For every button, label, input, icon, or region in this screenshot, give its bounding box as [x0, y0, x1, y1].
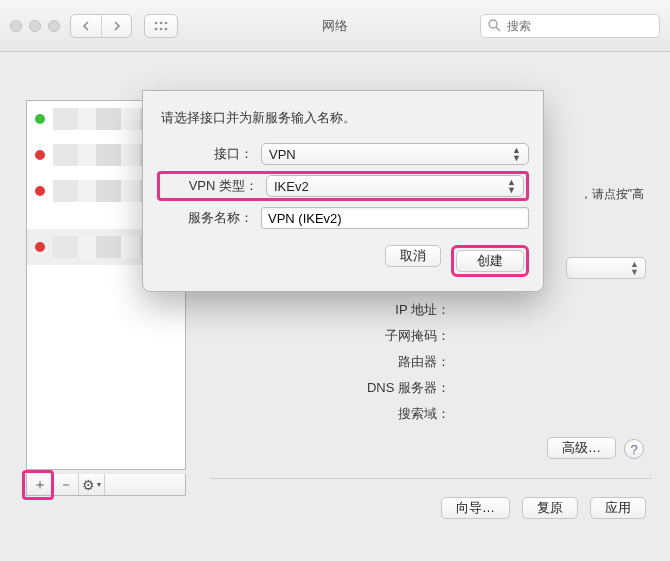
router-label: 路由器：	[280, 353, 450, 371]
subnet-mask-label: 子网掩码：	[280, 327, 450, 345]
vpn-type-label: VPN 类型：	[162, 177, 258, 195]
forward-button[interactable]	[101, 15, 131, 37]
svg-point-6	[489, 20, 497, 28]
interface-select[interactable]: VPN ▲▼	[261, 143, 529, 165]
interface-label: 接口：	[157, 145, 253, 163]
status-select[interactable]: ▲▼	[566, 257, 646, 279]
svg-line-7	[496, 27, 500, 31]
svg-point-0	[155, 21, 158, 24]
ip-address-label: IP 地址：	[280, 301, 450, 319]
dns-servers-label: DNS 服务器：	[280, 379, 450, 397]
titlebar: 网络	[0, 0, 670, 52]
sidebar-tools: ＋ － ⚙▾	[26, 474, 186, 496]
advanced-button[interactable]: 高级…	[547, 437, 616, 459]
status-dot-icon	[35, 186, 45, 196]
search-input[interactable]	[480, 14, 660, 38]
traffic-lights	[10, 20, 60, 32]
highlight-create-icon: 创建	[451, 245, 529, 277]
status-dot-icon	[35, 150, 45, 160]
apply-button[interactable]: 应用	[590, 497, 646, 519]
info-rows: IP 地址： 子网掩码： 路由器： DNS 服务器： 搜索域：	[280, 297, 450, 427]
gear-icon: ⚙	[82, 477, 95, 493]
vpn-type-value: IKEv2	[274, 179, 309, 194]
revert-button[interactable]: 复原	[522, 497, 578, 519]
hint-text: ，请点按"高	[580, 186, 644, 203]
chevron-updown-icon: ▲▼	[630, 260, 639, 276]
zoom-dot[interactable]	[48, 20, 60, 32]
service-name-label: 服务名称：	[157, 209, 253, 227]
chevron-updown-icon: ▲▼	[507, 178, 516, 194]
status-dot-icon	[35, 242, 45, 252]
service-actions-button[interactable]: ⚙▾	[79, 474, 105, 495]
status-dot-icon	[35, 114, 45, 124]
svg-point-1	[160, 21, 163, 24]
search-domains-label: 搜索域：	[280, 405, 450, 423]
svg-point-5	[165, 27, 168, 30]
sheet-prompt: 请选择接口并为新服务输入名称。	[161, 109, 525, 127]
assist-button[interactable]: 向导…	[441, 497, 510, 519]
service-name-input[interactable]	[261, 207, 529, 229]
minimize-dot[interactable]	[29, 20, 41, 32]
svg-point-2	[165, 21, 168, 24]
svg-point-3	[155, 27, 158, 30]
create-service-sheet: 请选择接口并为新服务输入名称。 接口： VPN ▲▼ VPN 类型： IKEv2…	[142, 90, 544, 292]
help-button[interactable]: ?	[624, 439, 644, 459]
nav-group	[70, 14, 178, 38]
show-all-button[interactable]	[144, 14, 178, 38]
svg-point-4	[160, 27, 163, 30]
remove-service-button[interactable]: －	[53, 474, 79, 495]
create-button[interactable]: 创建	[456, 250, 524, 272]
cancel-button[interactable]: 取消	[385, 245, 441, 267]
divider	[210, 478, 652, 479]
interface-value: VPN	[269, 147, 296, 162]
highlight-vpn-type: VPN 类型： IKEv2 ▲▼	[157, 171, 529, 201]
chevron-updown-icon: ▲▼	[512, 146, 521, 162]
close-dot[interactable]	[10, 20, 22, 32]
main-area: ＋ － ⚙▾ ，请点按"高 ▲▼ IP 地址： 子网掩码： 路由器： DNS 服…	[0, 52, 670, 561]
vpn-type-select[interactable]: IKEv2 ▲▼	[266, 175, 524, 197]
add-service-button[interactable]: ＋	[27, 474, 53, 495]
back-button[interactable]	[71, 15, 101, 37]
search-icon	[487, 18, 501, 32]
